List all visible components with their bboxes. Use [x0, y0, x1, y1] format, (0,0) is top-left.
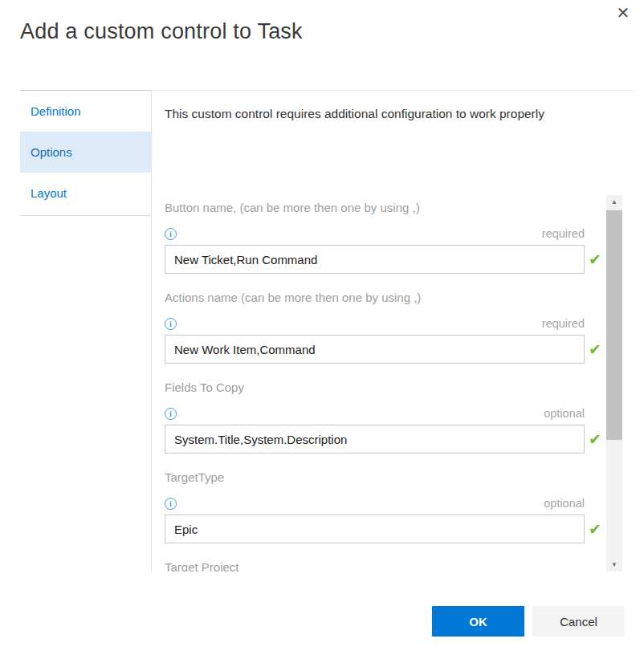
- requirement-badge: required: [542, 227, 585, 240]
- field-meta-row: i required: [165, 317, 585, 330]
- cancel-button[interactable]: Cancel: [532, 606, 625, 637]
- tab-options[interactable]: Options: [20, 132, 151, 173]
- field-input-wrap: ✔: [165, 245, 585, 274]
- options-form: Button name, (can be more then one by us…: [165, 193, 605, 572]
- field-meta-row: i required: [165, 227, 585, 240]
- tab-layout[interactable]: Layout: [20, 173, 151, 214]
- field-label: Fields To Copy: [165, 380, 585, 393]
- info-icon[interactable]: i: [165, 408, 177, 420]
- sidebar-bottom-divider: [20, 215, 151, 216]
- field-meta-row: i optional: [165, 407, 585, 420]
- field-meta-row: i optional: [165, 497, 585, 510]
- fields-to-copy-input[interactable]: [165, 425, 585, 454]
- field-input-wrap: ✔: [165, 425, 585, 454]
- scrollbar-thumb[interactable]: [606, 210, 622, 440]
- tab-sidebar: Definition Options Layout: [20, 91, 151, 214]
- field-target-project: Target Project: [165, 560, 585, 572]
- field-actions-name: Actions name (can be more then one by us…: [165, 291, 585, 364]
- scroll-up-icon[interactable]: ▲: [606, 195, 622, 209]
- valid-check-icon: ✔: [589, 250, 601, 268]
- configuration-message: This custom control requires additional …: [165, 107, 614, 121]
- valid-check-icon: ✔: [589, 520, 601, 538]
- field-fields-to-copy: Fields To Copy i optional ✔: [165, 380, 585, 454]
- scroll-down-icon[interactable]: ▼: [606, 558, 622, 572]
- dialog-footer: OK Cancel: [432, 606, 625, 637]
- vertical-divider: [151, 90, 152, 572]
- field-input-wrap: ✔: [165, 515, 585, 543]
- info-icon[interactable]: i: [165, 318, 177, 330]
- valid-check-icon: ✔: [589, 340, 601, 358]
- field-input-wrap: ✔: [165, 335, 585, 364]
- content-top-divider: [151, 90, 634, 91]
- info-icon[interactable]: i: [165, 498, 177, 510]
- form-scrollbar[interactable]: ▲ ▼: [606, 195, 622, 572]
- valid-check-icon: ✔: [589, 430, 601, 448]
- field-label: Button name, (can be more then one by us…: [165, 201, 585, 214]
- info-icon[interactable]: i: [165, 228, 177, 240]
- tab-definition[interactable]: Definition: [20, 91, 151, 132]
- field-label: Target Project: [165, 560, 585, 572]
- close-icon[interactable]: ✕: [613, 3, 633, 22]
- ok-button[interactable]: OK: [432, 606, 524, 637]
- dialog-title: Add a custom control to Task: [20, 19, 303, 44]
- requirement-badge: required: [542, 317, 585, 330]
- field-button-name: Button name, (can be more then one by us…: [165, 201, 585, 274]
- button-name-input[interactable]: [165, 245, 585, 274]
- field-label: TargetType: [165, 470, 585, 483]
- field-target-type: TargetType i optional ✔: [165, 470, 585, 543]
- actions-name-input[interactable]: [165, 335, 585, 364]
- field-label: Actions name (can be more then one by us…: [165, 291, 585, 303]
- requirement-badge: optional: [544, 497, 585, 510]
- requirement-badge: optional: [544, 407, 585, 420]
- target-type-input[interactable]: [165, 515, 585, 543]
